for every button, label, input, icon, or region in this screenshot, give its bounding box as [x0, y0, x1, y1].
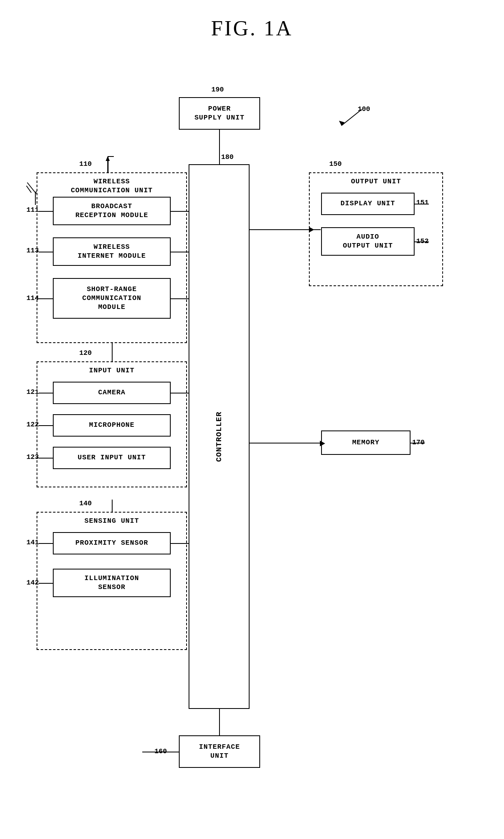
arrow-output	[307, 226, 315, 234]
line-short-ctrl	[171, 298, 189, 299]
ref-111-label: 111	[26, 206, 39, 214]
ref-110-label: 110	[79, 160, 92, 168]
user-input-box: USER INPUT UNIT	[53, 447, 171, 469]
line-broadcast-h	[171, 211, 189, 212]
svg-line-0	[341, 109, 362, 126]
line-ref160	[142, 752, 179, 752]
line-ref151	[415, 204, 429, 204]
line-ctrl-memory	[250, 443, 321, 443]
line-v-input	[112, 349, 113, 361]
broadcast-box: BROADCAST RECEPTION MODULE	[53, 197, 171, 225]
ref-180-label: 180	[221, 153, 234, 161]
line-ref141	[39, 543, 53, 544]
line-cam-ctrl	[171, 393, 189, 393]
svg-marker-9	[309, 227, 314, 233]
page-title: FIG. 1A	[0, 0, 504, 52]
short-range-box: SHORT-RANGE COMMUNICATION MODULE	[53, 278, 171, 319]
ref-113-label: 113	[26, 247, 39, 254]
sensing-unit-label: SENSING UNIT	[37, 517, 186, 526]
svg-marker-8	[106, 156, 110, 161]
line-prox-ctrl	[171, 543, 189, 544]
ref-121-label: 121	[26, 388, 39, 396]
interface-box: INTERFACE UNIT	[179, 735, 260, 768]
svg-line-3	[27, 183, 35, 193]
ref-122-label: 122	[26, 421, 39, 428]
camera-box: CAMERA	[53, 382, 171, 404]
memory-box: MEMORY	[321, 430, 411, 455]
ref-142-label: 142	[26, 579, 39, 587]
ref-190-label: 190	[211, 86, 224, 93]
ref-120-label: 120	[79, 349, 92, 357]
line-input-ctrl-v	[189, 393, 189, 458]
line-wc-ctrl	[187, 252, 189, 252]
line-ref152	[415, 241, 429, 242]
ref-141-label: 141	[26, 539, 39, 546]
line-ref113	[39, 252, 53, 252]
line-ref114	[39, 298, 53, 299]
microphone-box: MICROPHONE	[53, 414, 171, 437]
illumination-box: ILLUMINATION SENSOR	[53, 569, 171, 597]
line-power-to-controller	[219, 130, 220, 164]
ref-100-arrow	[333, 105, 366, 130]
display-box: DISPLAY UNIT	[321, 193, 415, 215]
input-unit-label: INPUT UNIT	[37, 366, 186, 375]
proximity-box: PROXIMITY SENSOR	[53, 532, 171, 554]
line-ref123	[39, 458, 53, 459]
ref-151-label: 151	[416, 199, 429, 206]
svg-marker-10	[320, 441, 325, 446]
line-ref121	[39, 393, 53, 393]
controller-box: CONTROLLER	[189, 164, 250, 709]
ref-123-label: 123	[26, 453, 39, 461]
line-ref142	[39, 583, 53, 584]
arrow-110	[102, 156, 114, 174]
output-unit-label: OUTPUT UNIT	[310, 177, 442, 186]
power-supply-box: POWER SUPPLY UNIT	[179, 97, 260, 130]
audio-output-box: AUDIO OUTPUT UNIT	[321, 227, 415, 256]
line-ref111	[39, 211, 53, 212]
line-ref122	[39, 425, 53, 426]
line-wim-ctrl	[171, 252, 189, 252]
diagram-area: 100 POWER SUPPLY UNIT 190 180 CONTROLLER…	[0, 52, 504, 839]
ref-140-label: 140	[79, 500, 92, 507]
line-ref170	[411, 443, 425, 443]
wireless-comm-label: WIRELESSCOMMUNICATION UNIT	[37, 177, 186, 195]
svg-marker-1	[339, 121, 345, 126]
line-ctrl-interface	[219, 709, 220, 735]
ref-114-label: 114	[26, 294, 39, 302]
wireless-internet-box: WIRELESS INTERNET MODULE	[53, 237, 171, 266]
ref-150-label: 150	[329, 160, 342, 168]
arrow-memory	[318, 439, 326, 448]
line-v-sensing	[112, 500, 113, 512]
